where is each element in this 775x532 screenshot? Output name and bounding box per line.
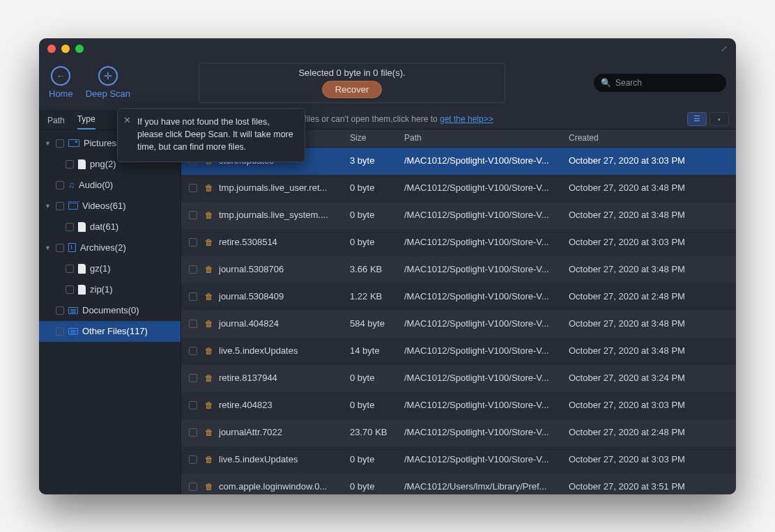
archive-icon	[68, 243, 76, 252]
search-input[interactable]: 🔍 Search	[594, 74, 726, 92]
table-row[interactable]: 🗑tmp.journals.live_user.ret...0 byte/MAC…	[181, 175, 736, 202]
file-size: 0 byte	[350, 454, 404, 464]
close-window-button[interactable]	[47, 45, 56, 53]
checkbox[interactable]	[189, 347, 197, 355]
tab-path[interactable]: Path	[47, 116, 65, 130]
popout-icon[interactable]: ⤢	[721, 44, 728, 54]
content: Path Type ▼Pictures(2) png(2) ♫Audio(0) …	[39, 109, 736, 494]
checkbox[interactable]	[56, 181, 64, 189]
file-size: 0 byte	[350, 182, 404, 193]
table-row[interactable]: 🗑journalAttr.702223.70 KB/MAC1012/Spotli…	[181, 419, 736, 446]
sidebar-item-label: Documents(0)	[82, 305, 139, 315]
close-icon[interactable]: ✕	[123, 114, 131, 127]
home-button[interactable]: ← Home	[49, 66, 73, 99]
col-created[interactable]: Created	[569, 133, 736, 143]
checkbox[interactable]	[189, 320, 197, 328]
checkbox[interactable]	[189, 184, 197, 192]
trash-icon: 🗑	[205, 237, 213, 247]
table-row[interactable]: 🗑live.5.indexUpdates0 byte/MAC1012/Spotl…	[181, 446, 736, 474]
trash-icon: 🗑	[205, 210, 213, 220]
file-date: October 27, 2020 at 3:48 PM	[569, 345, 736, 356]
table-row[interactable]: 🗑retire.53085140 byte/MAC1012/Spotlight-…	[181, 229, 736, 256]
file-name: journal.5308706	[219, 264, 284, 274]
sidebar-item-archives[interactable]: ▼Archives(2)	[39, 237, 181, 258]
search-placeholder: Search	[615, 78, 642, 88]
checkbox[interactable]	[66, 265, 74, 273]
sidebar-item-zip[interactable]: zip(1)	[39, 279, 181, 300]
sidebar-item-gz[interactable]: gz(1)	[39, 258, 181, 279]
sidebar-item-dat[interactable]: dat(61)	[39, 217, 181, 237]
table-row[interactable]: 🗑live.5.indexUpdates14 byte/MAC1012/Spot…	[181, 338, 736, 365]
checkbox[interactable]	[189, 292, 197, 301]
grid-view-button[interactable]: ▪	[709, 112, 729, 126]
status-box: Selected 0 byte in 0 file(s). Recover	[199, 63, 505, 103]
checkbox[interactable]	[189, 428, 197, 437]
checkbox[interactable]	[66, 160, 74, 169]
trash-icon: 🗑	[205, 265, 213, 274]
col-size[interactable]: Size	[350, 133, 404, 143]
list-view-button[interactable]: ☰	[687, 112, 707, 126]
checkbox[interactable]	[189, 455, 197, 464]
file-date: October 27, 2020 at 3:03 PM	[569, 237, 736, 247]
file-path: /MAC1012/Spotlight-V100/Store-V...	[404, 345, 569, 356]
checkbox[interactable]	[189, 265, 197, 274]
tab-type[interactable]: Type	[77, 114, 95, 130]
file-date: October 27, 2020 at 2:48 PM	[569, 427, 736, 437]
table-row[interactable]: 🗑retire.4048230 byte/MAC1012/Spotlight-V…	[181, 392, 736, 419]
checkbox[interactable]	[56, 327, 64, 336]
file-icon	[78, 159, 86, 169]
file-path: /MAC1012/Users/lmx/Library/Pref...	[404, 481, 569, 492]
main-panel: Tips: If you can't find the target files…	[181, 109, 736, 494]
deep-scan-button[interactable]: ✛ Deep Scan	[86, 66, 130, 99]
trash-icon: 🗑	[205, 373, 213, 383]
deep-scan-label: Deep Scan	[86, 88, 130, 99]
sidebar-item-other[interactable]: Other Files(117)	[39, 321, 181, 342]
file-size: 0 byte	[350, 237, 404, 247]
other-files-icon	[68, 328, 78, 335]
checkbox[interactable]	[56, 139, 64, 148]
sidebar-item-audio[interactable]: ♫Audio(0)	[39, 175, 181, 196]
file-size: 1.22 KB	[350, 291, 404, 302]
file-path: /MAC1012/Spotlight-V100/Store-V...	[404, 400, 569, 410]
checkbox[interactable]	[56, 244, 64, 252]
checkbox[interactable]	[189, 211, 197, 219]
window-controls	[47, 45, 84, 53]
file-date: October 27, 2020 at 3:48 PM	[569, 318, 736, 329]
sidebar-item-documents[interactable]: Documents(0)	[39, 300, 181, 321]
file-date: October 27, 2020 at 2:48 PM	[569, 291, 736, 302]
checkbox[interactable]	[56, 306, 64, 315]
table-row[interactable]: 🗑journal.53084091.22 KB/MAC1012/Spotligh…	[181, 283, 736, 311]
file-name: journal.404824	[219, 318, 279, 329]
checkbox[interactable]	[189, 374, 197, 382]
checkbox[interactable]	[189, 238, 197, 247]
minimize-window-button[interactable]	[61, 45, 70, 53]
checkbox[interactable]	[56, 202, 64, 210]
file-size: 0 byte	[350, 481, 404, 492]
view-toggle: ☰ ▪	[687, 112, 729, 126]
recover-button[interactable]: Recover	[322, 81, 382, 98]
trash-icon: 🗑	[205, 455, 213, 464]
documents-icon	[68, 307, 78, 314]
file-size: 3.66 KB	[350, 264, 404, 274]
checkbox[interactable]	[189, 401, 197, 409]
table-row[interactable]: 🗑journal.53087063.66 KB/MAC1012/Spotligh…	[181, 256, 736, 283]
table-row[interactable]: 🗑tmp.journals.live_system....0 byte/MAC1…	[181, 202, 736, 229]
checkbox[interactable]	[66, 285, 74, 294]
zoom-window-button[interactable]	[75, 45, 84, 53]
file-date: October 27, 2020 at 3:03 PM	[569, 155, 736, 166]
file-path: /MAC1012/Spotlight-V100/Store-V...	[404, 427, 569, 437]
file-size: 14 byte	[350, 345, 404, 356]
col-path[interactable]: Path	[404, 133, 569, 143]
checkbox[interactable]	[66, 223, 74, 231]
file-date: October 27, 2020 at 3:48 PM	[569, 182, 736, 193]
table-row[interactable]: 🗑journal.404824584 byte/MAC1012/Spotligh…	[181, 311, 736, 338]
video-icon	[68, 203, 78, 210]
sidebar-item-videos[interactable]: ▼Videos(61)	[39, 196, 181, 217]
sidebar-item-label: Other Files(117)	[82, 326, 148, 336]
chevron-down-icon: ▼	[45, 203, 52, 210]
file-name: live.5.indexUpdates	[219, 345, 298, 356]
checkbox[interactable]	[189, 483, 197, 491]
table-row[interactable]: 🗑com.apple.loginwindow.0...0 byte/MAC101…	[181, 474, 736, 494]
table-row[interactable]: 🗑retire.81379440 byte/MAC1012/Spotlight-…	[181, 365, 736, 392]
help-link[interactable]: get the help>>	[440, 114, 493, 124]
